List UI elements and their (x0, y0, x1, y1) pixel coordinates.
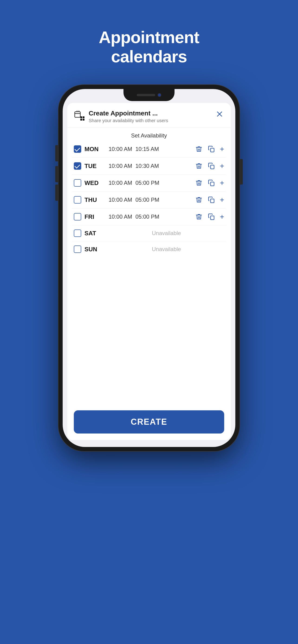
day-row-tue: TUE10:00 AM10:30 AM + (72, 158, 226, 174)
trash-button-mon[interactable] (195, 145, 203, 153)
trash-button-tue[interactable] (195, 162, 203, 170)
copy-button-thu[interactable] (207, 196, 216, 204)
day-label-mon: MON (85, 146, 105, 153)
day-row-mon: MON10:00 AM10:15 AM + (72, 141, 226, 158)
end-time-tue[interactable]: 10:30 AM (135, 163, 159, 169)
day-label-sat: SAT (85, 230, 105, 237)
start-time-tue[interactable]: 10:00 AM (109, 163, 132, 169)
end-time-wed[interactable]: 05:00 PM (135, 180, 159, 186)
copy-button-tue[interactable] (207, 162, 216, 170)
phone-notch (123, 89, 175, 101)
appointment-icon (74, 110, 85, 121)
phone-frame: Create Appointment ... Share your availa… (59, 85, 239, 451)
day-row-sat: SATUnavailable (72, 225, 226, 241)
close-button[interactable] (215, 110, 224, 119)
day-label-tue: TUE (85, 162, 105, 170)
modal-subtitle: Share your availability with other users (89, 118, 211, 123)
modal-header-text: Create Appointment ... Share your availa… (89, 110, 211, 124)
checkbox-thu[interactable] (74, 196, 81, 204)
phone-screen: Create Appointment ... Share your availa… (63, 89, 235, 447)
trash-button-thu[interactable] (195, 196, 203, 204)
day-row-sun: SUNUnavailable (72, 241, 226, 257)
svg-rect-24 (211, 216, 214, 220)
day-label-wed: WED (85, 180, 105, 186)
end-time-thu[interactable]: 05:00 PM (135, 196, 159, 203)
day-row-wed: WED10:00 AM05:00 PM + (72, 174, 226, 192)
modal-header: Create Appointment ... Share your availa… (67, 103, 231, 128)
end-time-fri[interactable]: 05:00 PM (135, 214, 159, 220)
checkbox-sun[interactable] (74, 246, 81, 253)
add-time-button-fri[interactable]: + (220, 213, 224, 220)
modal-title: Create Appointment ... (89, 110, 211, 117)
page-title: Appointment calendars (99, 28, 199, 66)
day-label-thu: THU (85, 196, 105, 204)
checkbox-mon[interactable] (74, 145, 81, 153)
svg-rect-7 (83, 119, 85, 120)
add-time-button-wed[interactable]: + (220, 179, 224, 186)
checkbox-fri[interactable] (74, 213, 81, 220)
svg-rect-0 (75, 112, 80, 117)
copy-button-fri[interactable] (207, 212, 216, 221)
trash-button-fri[interactable] (195, 212, 203, 221)
start-time-fri[interactable]: 10:00 AM (109, 214, 132, 220)
phone-mockup: Create Appointment ... Share your availa… (59, 85, 239, 451)
day-row-fri: FRI10:00 AM05:00 PM + (72, 208, 226, 225)
day-actions-mon: + (195, 145, 224, 153)
svg-rect-5 (83, 116, 85, 118)
unavailable-text-sun: Unavailable (109, 246, 224, 252)
svg-rect-4 (80, 116, 82, 118)
checkbox-sat[interactable] (74, 230, 81, 237)
day-label-sun: SUN (85, 246, 105, 253)
copy-button-wed[interactable] (207, 179, 216, 187)
start-time-mon[interactable]: 10:00 AM (109, 146, 132, 152)
day-label-fri: FRI (85, 213, 105, 220)
day-actions-tue: + (195, 162, 224, 170)
notch-speaker (137, 94, 155, 96)
notch-camera (158, 93, 161, 97)
add-time-button-thu[interactable]: + (220, 196, 224, 204)
day-row-thu: THU10:00 AM05:00 PM + (72, 192, 226, 208)
add-time-button-mon[interactable]: + (220, 145, 224, 153)
day-actions-thu: + (195, 196, 224, 204)
svg-rect-12 (211, 148, 214, 152)
svg-rect-21 (211, 199, 214, 202)
start-time-thu[interactable]: 10:00 AM (109, 196, 132, 203)
section-title: Set Availability (67, 128, 231, 141)
create-button[interactable]: CREATE (74, 410, 224, 434)
copy-button-mon[interactable] (207, 145, 216, 153)
add-time-button-tue[interactable]: + (220, 162, 224, 170)
trash-button-wed[interactable] (195, 179, 203, 187)
end-time-mon[interactable]: 10:15 AM (135, 146, 159, 152)
checkbox-tue[interactable] (74, 162, 81, 170)
svg-rect-18 (211, 182, 214, 186)
day-actions-wed: + (195, 179, 224, 187)
svg-rect-6 (80, 119, 82, 120)
unavailable-text-sat: Unavailable (109, 230, 224, 236)
svg-rect-15 (211, 165, 214, 169)
modal-container: Create Appointment ... Share your availa… (67, 103, 231, 440)
days-list: MON10:00 AM10:15 AM +TUE10:00 AM10:30 AM… (67, 141, 231, 404)
day-actions-fri: + (195, 212, 224, 221)
checkbox-wed[interactable] (74, 179, 81, 186)
modal-footer: CREATE (67, 405, 231, 440)
start-time-wed[interactable]: 10:00 AM (109, 180, 132, 186)
